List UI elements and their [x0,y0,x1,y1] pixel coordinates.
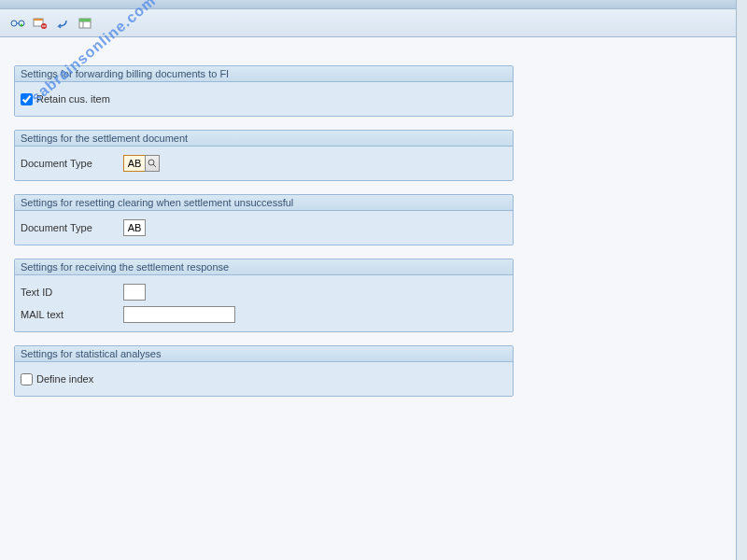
section-header-settlement: Settings for the settlement document [15,131,513,147]
doc-type-input-1[interactable] [123,155,146,172]
section-forwarding: Settings for forwarding billing document… [14,65,514,117]
doc-type-label-1: Document Type [21,158,123,169]
mail-text-input[interactable] [123,306,235,323]
window-title-bar [0,0,747,9]
toolbar [0,9,747,37]
svg-rect-11 [79,19,91,21]
retain-cus-item-label: Retain cus. item [36,93,110,105]
svg-point-0 [11,21,17,26]
text-id-input[interactable] [123,284,146,301]
undo-icon[interactable] [54,15,71,32]
section-header-statistical: Settings for statistical analyses [15,346,513,362]
scrollbar-area[interactable] [736,0,747,560]
doc-type-input-2[interactable] [123,219,146,236]
doc-type-label-2: Document Type [21,222,123,233]
table-icon[interactable] [77,15,93,32]
define-index-label: Define index [36,373,93,385]
define-index-wrap[interactable]: Define index [21,373,93,385]
retain-cus-item-wrap[interactable]: Retain cus. item [21,93,110,105]
section-resetting: Settings for resetting clearing when set… [14,194,514,245]
section-statistical: Settings for statistical analyses Define… [14,345,514,397]
section-header-receiving: Settings for receiving the settlement re… [15,259,513,275]
define-index-checkbox[interactable] [21,373,33,385]
new-entries-icon[interactable] [32,15,49,32]
text-id-label: Text ID [21,287,123,298]
svg-line-13 [153,164,156,167]
mail-text-label: MAIL text [21,309,123,320]
section-settlement: Settings for the settlement document Doc… [14,130,514,181]
svg-point-3 [21,23,23,26]
retain-cus-item-checkbox[interactable] [21,93,33,105]
section-header-resetting: Settings for resetting clearing when set… [15,195,513,211]
section-receiving: Settings for receiving the settlement re… [14,259,514,332]
section-header-forwarding: Settings for forwarding billing document… [15,66,513,82]
search-icon [148,159,157,168]
doc-type-search-button[interactable] [145,155,160,172]
glasses-icon[interactable] [9,15,26,32]
content-area: Settings for forwarding billing document… [0,37,747,424]
svg-rect-5 [34,19,43,21]
